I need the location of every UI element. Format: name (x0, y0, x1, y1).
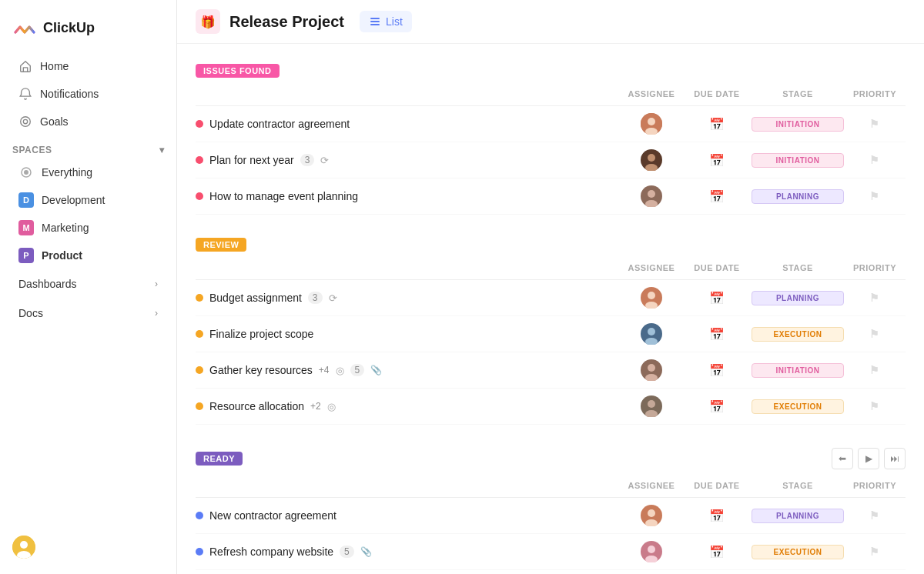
task-subtask-count: 3 (300, 154, 315, 166)
task-name: New contractor agreement (209, 509, 336, 522)
product-label: Product (42, 249, 82, 262)
duedate-col-header-3: DUE DATE (682, 481, 752, 490)
svg-point-0 (21, 117, 31, 127)
extra-count: +2 (310, 401, 321, 412)
section-issues: ISSUES FOUND ASSIGNEE DUE DATE STAGE PRI… (196, 56, 906, 215)
sidebar-item-development[interactable]: D Development (6, 187, 170, 213)
everything-dot (18, 165, 34, 180)
subtask-icon: ⟳ (320, 155, 329, 166)
svg-point-35 (648, 546, 655, 553)
sidebar-item-marketing[interactable]: M Marketing (6, 215, 170, 241)
task-dot (196, 156, 203, 164)
sidebar: ClickUp Home Notifications Goals Spaces … (0, 0, 177, 574)
table-row[interactable]: Plan for next year 3 ⟳ 📅 INITIATION ⚑ (196, 142, 906, 179)
spaces-section-header: Spaces ▾ (0, 135, 176, 159)
table-row[interactable]: Budget assignment 3 ⟳ 📅 PLANNING ⚑ (196, 280, 906, 316)
sidebar-item-docs[interactable]: Docs › (6, 299, 170, 327)
table-row[interactable]: Resource allocation +2 ◎ 📅 EXECUTION ⚑ (196, 389, 906, 425)
sidebar-bottom (0, 529, 176, 565)
attachment-count: 5 (340, 546, 354, 558)
task-name: How to manage event planning (209, 190, 358, 202)
toolbar-btn-1[interactable]: ⬅ (832, 448, 853, 469)
sidebar-item-dashboards[interactable]: Dashboards › (6, 270, 170, 298)
spaces-chevron[interactable]: ▾ (159, 145, 165, 155)
sidebar-item-home[interactable]: Home (6, 53, 170, 79)
task-dot (196, 402, 203, 410)
sidebar-item-everything[interactable]: Everything (6, 159, 170, 185)
task-name: Budget assignment (209, 292, 302, 304)
marketing-dot: M (18, 220, 34, 235)
main-content: 🎁 Release Project List ISSUES FOUND ASSI… (177, 0, 924, 574)
user-avatar[interactable] (12, 536, 35, 559)
svg-point-32 (648, 509, 655, 517)
task-name: Resource allocation (209, 400, 304, 412)
assignee-avatar (641, 185, 662, 207)
sidebar-item-notifications[interactable]: Notifications (6, 81, 170, 107)
svg-point-26 (648, 364, 655, 372)
issues-badge: ISSUES FOUND (196, 64, 280, 78)
issues-header: ISSUES FOUND (196, 56, 906, 82)
view-list-tab[interactable]: List (360, 11, 412, 32)
bell-icon (18, 87, 32, 101)
content-area[interactable]: ISSUES FOUND ASSIGNEE DUE DATE STAGE PRI… (177, 44, 924, 574)
assignee-col-header: ASSIGNEE (621, 89, 682, 98)
task-subtask-count: 3 (308, 292, 323, 304)
calendar-icon: 📅 (682, 399, 752, 414)
dashboards-chevron: › (155, 279, 158, 289)
notifications-label: Notifications (40, 88, 99, 100)
task-dot (196, 294, 203, 302)
sidebar-item-goals[interactable]: Goals (6, 108, 170, 135)
marketing-label: Marketing (42, 222, 89, 234)
table-row[interactable]: Finalize project scope 📅 EXECUTION ⚑ (196, 316, 906, 352)
table-row[interactable]: Update contractor agreement 📅 INITIATION… (196, 106, 906, 142)
checklist-icon: ◎ (327, 401, 336, 412)
stage-badge: EXECUTION (752, 545, 844, 559)
table-row[interactable]: How to manage event planning 📅 PLANNING … (196, 179, 906, 215)
list-icon (369, 15, 381, 28)
ready-toolbar: ⬅ ▶ ⏭ (832, 448, 906, 469)
toolbar-btn-2[interactable]: ▶ (858, 448, 879, 469)
priority-icon: ⚑ (844, 154, 906, 166)
table-row[interactable]: New contractor agreement 📅 PLANNING ⚑ (196, 498, 906, 534)
review-badge: REVIEW (196, 238, 246, 252)
svg-rect-8 (370, 21, 380, 22)
task-dot (196, 120, 203, 128)
development-label: Development (42, 194, 105, 206)
assignee-avatar (641, 505, 662, 526)
issues-table-header: ASSIGNEE DUE DATE STAGE PRIORITY (196, 82, 906, 106)
stage-badge: INITIATION (752, 363, 844, 378)
svg-point-17 (648, 190, 655, 198)
table-row[interactable]: Update key objectives 5 📎 📅 EXECUTION ⚑ (196, 570, 906, 574)
task-dot (196, 330, 203, 338)
assignee-col-header-3: ASSIGNEE (621, 481, 682, 490)
task-dot (196, 512, 203, 519)
stage-col-header-3: STAGE (752, 481, 844, 490)
sidebar-item-product[interactable]: P Product (6, 242, 170, 269)
calendar-icon: 📅 (682, 189, 752, 204)
calendar-icon: 📅 (682, 545, 752, 559)
toolbar-btn-3[interactable]: ⏭ (884, 448, 906, 469)
assignee-col-header-2: ASSIGNEE (621, 263, 682, 272)
top-bar: 🎁 Release Project List (177, 0, 924, 44)
table-row[interactable]: Gather key resources +4 ◎ 5 📎 📅 INITIATI… (196, 352, 906, 389)
svg-point-2 (24, 170, 28, 175)
home-label: Home (40, 60, 69, 72)
svg-rect-7 (370, 18, 380, 19)
assignee-avatar (641, 395, 662, 417)
everything-label: Everything (42, 166, 92, 179)
section-ready: READY ⬅ ▶ ⏭ ASSIGNEE DUE DATE STAGE PRIO… (196, 440, 906, 574)
assignee-avatar (641, 149, 662, 171)
task-name: Refresh company website (209, 546, 333, 558)
svg-point-29 (648, 400, 655, 408)
stage-badge: INITIATION (752, 117, 844, 132)
attachment-icon: 📎 (360, 546, 372, 557)
task-dot (196, 366, 203, 374)
attachment-icon: 📎 (370, 365, 382, 375)
task-name: Update contractor agreement (209, 118, 350, 130)
extra-count: +4 (319, 365, 330, 375)
calendar-icon: 📅 (682, 291, 752, 305)
table-row[interactable]: Refresh company website 5 📎 📅 EXECUTION … (196, 534, 906, 570)
docs-label: Docs (18, 307, 43, 319)
priority-icon: ⚑ (844, 400, 906, 412)
stage-col-header: STAGE (752, 89, 844, 98)
